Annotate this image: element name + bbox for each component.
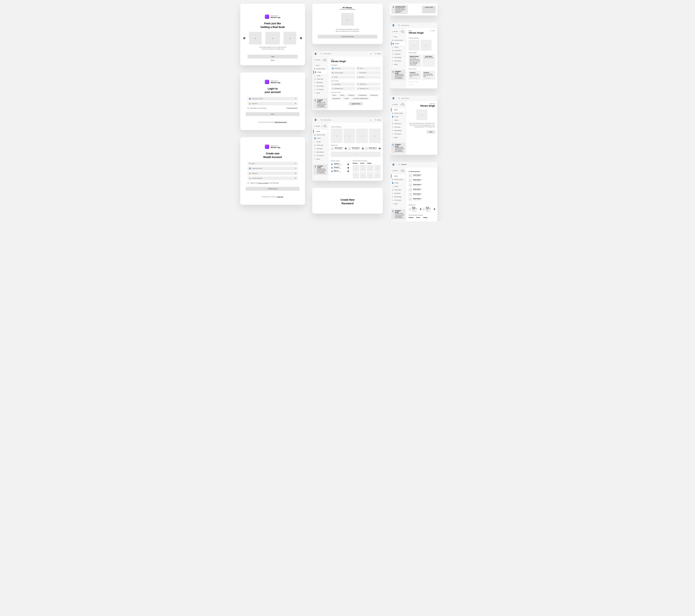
nav-logout[interactable]: ⎋Logout	[313, 91, 327, 94]
dob-field[interactable]: 📅DOB	[356, 67, 380, 70]
phone-field[interactable]: 📞Phone Number	[331, 71, 355, 74]
carousel-prev-icon[interactable]: ‹	[243, 37, 245, 39]
search-input[interactable]: 🔍	[396, 164, 436, 165]
search-result-row[interactable]: ▲Book Name 115.1k Downloads	[409, 173, 435, 178]
confirm-password-field[interactable]: 🔒Confirm Password👁	[248, 177, 298, 180]
nav-readlater[interactable]: ⌚Read Later	[313, 77, 327, 81]
login-link[interactable]: Login here	[277, 196, 284, 197]
edit-icon: ✎	[295, 98, 296, 100]
nav-downloads[interactable]: ⬇Downloads	[313, 147, 327, 151]
nav-home[interactable]: ⌂Home	[313, 130, 327, 133]
continue-button[interactable]: Continue with Setup	[318, 35, 377, 38]
welcome-screen: 👤🔍 ▲ Newbie▲ 500 coins ⌂Home ▦Browse Lib…	[390, 96, 437, 155]
settings-link[interactable]: ⚙Setting	[375, 53, 381, 54]
next-button[interactable]: Next	[246, 112, 300, 116]
complete-profile-card[interactable]: 👤Complete profileComplete Profile to ear…	[313, 98, 327, 109]
complete-profile-card[interactable]: 👤Complete profileComplete Profile to ear…	[391, 70, 405, 80]
nav-profile[interactable]: 👤Profile	[313, 70, 327, 74]
social-wattpad[interactable]: 🔗@wattpad.com	[331, 87, 355, 90]
weekly-hit-row[interactable]: ▲Book Name 115.1k Downloads▶	[409, 207, 421, 212]
settings-link[interactable]: ⚙Setting	[375, 119, 381, 121]
social-instagram[interactable]: 🔗@instgram	[331, 83, 355, 86]
reader-row[interactable]: 👤Shreya S.992 Coins earned	[331, 166, 349, 170]
email-field[interactable]: ✉Email	[331, 75, 355, 79]
complete-profile-card[interactable]: 👤Complete profileComplete Profile to ear…	[313, 164, 327, 175]
forgot-link[interactable]: Forgot password?	[287, 107, 298, 109]
tab-fantasy[interactable]: Fantasy	[353, 162, 357, 164]
reader-row[interactable]: 👤Mike M.791 Coins earned	[331, 170, 349, 173]
login-button[interactable]: Login	[248, 55, 298, 58]
search-input[interactable]: 🔍▲	[319, 119, 373, 121]
reader-row[interactable]: 👤Vikram S.1204 Coins earned	[331, 162, 349, 166]
play-icon[interactable]: ▶	[362, 148, 364, 149]
play-icon[interactable]: ▶	[345, 148, 346, 149]
search-input[interactable]: 🔍	[396, 24, 436, 26]
update-profile-strip: 👤Complete profileComplete Profile to ear…	[390, 4, 437, 15]
book-tile[interactable]: ▲	[353, 165, 359, 172]
user-avatar[interactable]: 👤	[314, 118, 317, 121]
password-field[interactable]: 🔒Password👁	[248, 172, 298, 175]
book-tile[interactable]: ▲	[331, 128, 342, 143]
interests-field[interactable]: ♡My Interests	[356, 71, 380, 74]
search-result-row[interactable]: ▲Book Name 315.4k Downloads	[409, 197, 435, 201]
weekly-hit-row[interactable]: ▲Book Name 115.1k Downloads▶	[331, 147, 346, 150]
update-profile-button[interactable]: Update Profile	[349, 102, 362, 105]
genre-tag[interactable]: Motivational	[357, 94, 368, 96]
weekly-hit-row[interactable]: ▲Book Name 314.4k Downloads▶	[365, 147, 380, 150]
weekly-hit-row[interactable]: ▲Book Name 215.1k Downloads▶	[422, 207, 435, 212]
genre-tag[interactable]: Health	[343, 97, 350, 100]
nav-browse[interactable]: ▦Browse Library	[313, 133, 327, 137]
about-field[interactable]: ℹAbout me	[356, 75, 380, 79]
social-inkitt[interactable]: 🔗@inkitt.com	[356, 83, 380, 86]
user-avatar[interactable]: 👤	[392, 24, 395, 27]
genre-tag[interactable]: Paranormal	[369, 94, 379, 96]
nav-profile[interactable]: 👤Profile	[313, 137, 327, 140]
tab-humor[interactable]: Humor	[360, 162, 365, 164]
image-search-icon[interactable]: ▲	[370, 53, 372, 54]
search-result-row[interactable]: ▲Book Name 215.1k Downloads	[409, 192, 435, 197]
nav-downloads[interactable]: ⬇Downloads	[313, 81, 327, 84]
search-result-row[interactable]: ▲Book Name 115.1k Downloads	[409, 188, 435, 192]
nav-library[interactable]: ▭Library	[313, 74, 327, 77]
nav-premium[interactable]: ★Go Premium	[313, 88, 327, 91]
tab-manga[interactable]: Manga	[367, 162, 371, 164]
next-button[interactable]: Next	[427, 130, 435, 134]
genre-tag[interactable]: Sci-Fi	[331, 94, 338, 96]
nav-browse[interactable]: ▦Browse Library	[313, 67, 327, 70]
nav-logout[interactable]: ⎋Logout	[313, 157, 327, 161]
create-account-button[interactable]: Create Account	[246, 187, 300, 191]
complete-profile-card[interactable]: 👤Complete profileComplete Profile to ear…	[391, 5, 408, 14]
nav-settings[interactable]: ⚙App Settings	[313, 84, 327, 88]
promo-banner[interactable]: ▲	[331, 152, 380, 157]
play-icon[interactable]: ▶	[379, 148, 380, 149]
password-field[interactable]: 🔒Password👁	[248, 102, 298, 105]
user-avatar[interactable]: 👤	[314, 52, 317, 55]
weekly-hit-row[interactable]: ▲Book Name 215.1k Downloads▶	[348, 147, 363, 150]
nav-settings[interactable]: ⚙App Settings	[313, 151, 327, 154]
search-input[interactable]: 🔍▲	[319, 53, 373, 54]
social-linkedin[interactable]: 🔗@linkedin.com	[356, 87, 380, 90]
username-field[interactable]: 👤Create user name✎	[248, 167, 298, 170]
book-tile[interactable]: ▲	[356, 128, 368, 143]
update-profile-button[interactable]: Update Profile	[422, 6, 436, 13]
username-field[interactable]: 👤Username	[331, 67, 355, 70]
nav-home[interactable]: ⌂Home	[313, 64, 327, 67]
remember-checkbox[interactable]	[248, 107, 249, 109]
username-field[interactable]: 👤Username or Email✎	[248, 97, 298, 101]
nav-readlater[interactable]: ⌚Read Later	[313, 143, 327, 147]
book-tile[interactable]: ▲	[369, 128, 380, 143]
genre-tag[interactable]: Development	[331, 97, 342, 100]
genre-tag[interactable]: Horror	[339, 94, 346, 96]
search-result-row[interactable]: ▲Book Name 315.4k Downloads	[409, 183, 435, 188]
nav-premium[interactable]: ★Go Premium	[313, 154, 327, 157]
carousel-next-icon[interactable]: ›	[300, 37, 302, 39]
email-field[interactable]: ✉Email✎	[248, 162, 298, 165]
create-account-link[interactable]: Create New Account	[274, 122, 287, 123]
signup-link[interactable]: Signup	[240, 59, 305, 61]
book-tile[interactable]: ▲	[343, 128, 355, 143]
genre-tag[interactable]: Families & Relationships	[351, 97, 369, 100]
search-result-row[interactable]: ▲Book Name 215.1k Downloads	[409, 178, 435, 183]
genre-tag[interactable]: Romance	[347, 94, 356, 96]
terms-checkbox[interactable]	[248, 182, 249, 183]
nav-library[interactable]: ▭Library	[313, 140, 327, 143]
